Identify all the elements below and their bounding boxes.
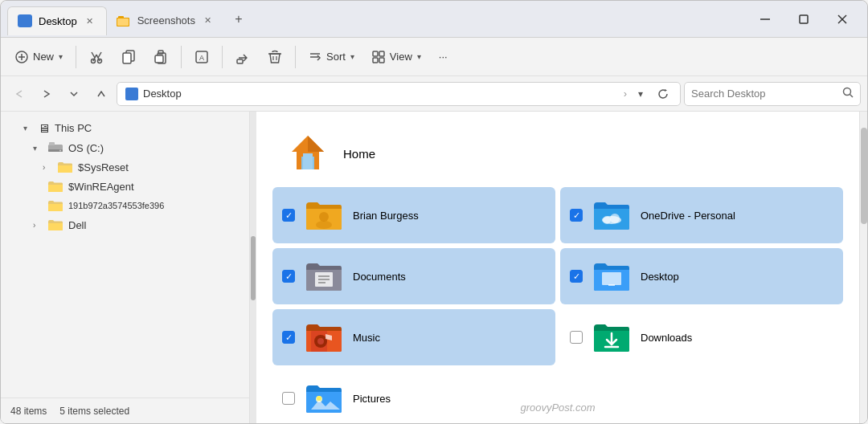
view-icon [372, 51, 385, 63]
forward-button[interactable] [35, 82, 59, 106]
pictures-folder-icon [305, 382, 343, 414]
toolbar-sep-4 [295, 46, 296, 68]
pictures-label: Pictures [353, 393, 391, 405]
onedrive-checkbox[interactable]: ✓ [570, 209, 583, 222]
file-item-music[interactable]: ✓ Music [272, 309, 555, 365]
search-box[interactable] [684, 82, 861, 106]
sidebar-item-dell[interactable]: › Dell [4, 215, 246, 234]
address-dropdown-button[interactable]: ▾ [632, 85, 649, 103]
file-item-desktop[interactable]: ✓ Desktop [560, 248, 843, 304]
file-item-documents[interactable]: ✓ Documents [272, 248, 555, 304]
svg-point-37 [59, 150, 61, 152]
onedrive-label: OneDrive - Personal [641, 210, 735, 222]
downloads-checkbox[interactable] [570, 331, 583, 344]
status-selected: 5 items selected [59, 406, 129, 417]
desktop-label: Desktop [641, 271, 679, 283]
back-button[interactable] [7, 82, 31, 106]
svg-point-43 [319, 212, 329, 222]
paste-button[interactable] [145, 43, 176, 71]
maximize-button[interactable] [785, 6, 822, 32]
file-item-pictures[interactable]: Pictures [272, 370, 555, 423]
svg-rect-17 [123, 53, 131, 63]
winreagent-folder-icon [47, 180, 63, 193]
home-icon [285, 131, 330, 176]
brian-checkbox[interactable]: ✓ [282, 209, 295, 222]
address-separator: › [624, 88, 627, 100]
svg-marker-40 [308, 136, 324, 152]
folder191-label: 191b972a3574553fe396 [68, 201, 164, 210]
svg-rect-32 [379, 58, 384, 63]
svg-rect-42 [303, 153, 313, 169]
svg-point-33 [844, 88, 851, 96]
minimize-button[interactable] [747, 6, 784, 32]
desktop-checkbox[interactable]: ✓ [570, 270, 583, 283]
file-item-home[interactable]: Home [272, 124, 843, 182]
copy-icon [121, 50, 136, 64]
new-button[interactable]: New ▾ [7, 43, 71, 71]
right-scroll-thumb[interactable] [861, 128, 867, 224]
sidebar-scrollbar[interactable] [250, 112, 256, 423]
cut-button[interactable] [81, 43, 112, 71]
sidebar: ▾ 🖥 This PC ▾ OS (C:) › [1, 112, 250, 423]
new-tab-button[interactable]: + [227, 8, 250, 31]
svg-rect-30 [379, 51, 384, 56]
sort-button[interactable]: Sort ▾ [301, 43, 362, 71]
more-button[interactable]: ··· [431, 43, 456, 71]
file-grid: ✓ Brian Burgess ✓ [272, 187, 843, 423]
file-item-onedrive[interactable]: ✓ OneDrive - Personal [560, 187, 843, 243]
delete-button[interactable] [260, 43, 290, 71]
toolbar-sep-3 [222, 46, 223, 68]
file-explorer-window: Desktop ✕ Screenshots ✕ + [0, 0, 868, 424]
sort-label: Sort [326, 51, 346, 63]
share-button[interactable] [227, 43, 258, 71]
svg-point-56 [317, 338, 324, 344]
main-content: ▾ 🖥 This PC ▾ OS (C:) › [1, 112, 867, 423]
drive-icon [47, 141, 63, 154]
file-item-downloads[interactable]: Downloads [560, 309, 843, 365]
tab-desktop[interactable]: Desktop ✕ [7, 6, 107, 35]
sidebar-item-winreagent[interactable]: › $WinREAgent [4, 177, 246, 196]
view-button[interactable]: View ▾ [364, 43, 429, 71]
search-icon[interactable] [842, 87, 854, 100]
tab-screenshots[interactable]: Screenshots ✕ [107, 6, 224, 35]
svg-rect-29 [373, 51, 378, 56]
svg-rect-31 [373, 58, 378, 63]
rename-button[interactable]: A [186, 43, 217, 71]
music-checkbox[interactable]: ✓ [282, 331, 295, 344]
svg-line-14 [92, 52, 95, 58]
view-dropdown-arrow: ▾ [417, 52, 421, 61]
address-refresh-button[interactable] [654, 85, 672, 103]
expand-button[interactable] [62, 82, 86, 106]
tab-screenshots-close[interactable]: ✕ [202, 14, 215, 27]
up-button[interactable] [89, 82, 113, 106]
pictures-checkbox[interactable] [282, 392, 295, 405]
sidebar-item-osc[interactable]: ▾ OS (C:) [4, 138, 246, 157]
sidebar-item-folder191[interactable]: › 191b972a3574553fe396 [4, 196, 246, 215]
right-scrollbar[interactable] [859, 112, 867, 423]
desktop-folder-icon [592, 260, 631, 292]
tab-desktop-close[interactable]: ✕ [84, 14, 96, 27]
svg-line-15 [98, 52, 101, 58]
thispc-expand-arrow: ▾ [23, 124, 33, 132]
search-input[interactable] [691, 88, 837, 100]
file-item-brian[interactable]: ✓ Brian Burgess [272, 187, 555, 243]
sidebar-item-thispc[interactable]: ▾ 🖥 This PC [4, 118, 246, 138]
copy-button[interactable] [113, 43, 144, 71]
svg-point-44 [316, 221, 332, 229]
tab-desktop-icon [18, 14, 32, 27]
sidebar-scroll-thumb[interactable] [251, 236, 256, 300]
address-box[interactable]: Desktop › ▾ [117, 82, 681, 106]
svg-rect-38 [49, 142, 55, 145]
documents-checkbox[interactable]: ✓ [282, 270, 295, 283]
music-folder-icon [305, 321, 343, 353]
address-bar: Desktop › ▾ [1, 76, 867, 112]
sidebar-item-sysreset[interactable]: › $SysReset [4, 157, 246, 177]
osc-expand-arrow: ▾ [33, 144, 43, 153]
svg-line-34 [850, 95, 854, 98]
share-icon [235, 50, 250, 64]
svg-rect-4 [800, 15, 808, 23]
tab-desktop-label: Desktop [39, 15, 77, 27]
svg-point-59 [317, 396, 321, 401]
osc-label: OS (C:) [68, 142, 104, 154]
close-button[interactable] [824, 6, 861, 32]
